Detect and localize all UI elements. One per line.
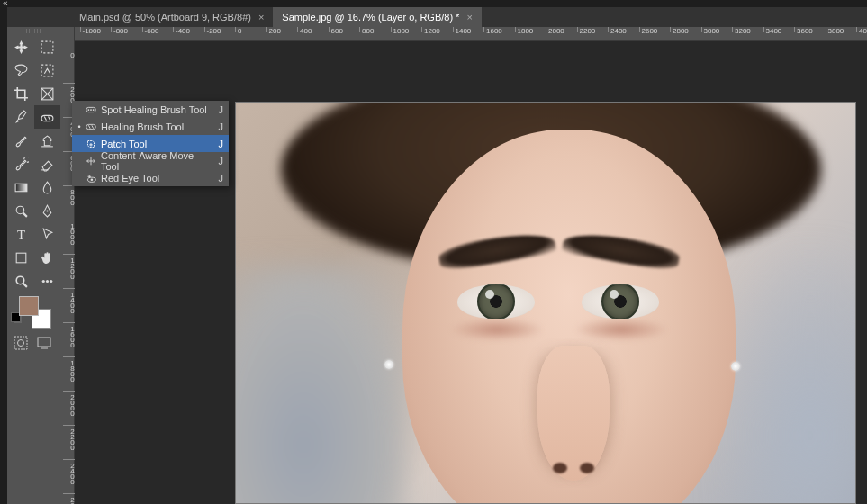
eraser-tool[interactable]	[34, 152, 60, 176]
hand-tool[interactable]	[34, 246, 60, 269]
default-colors-icon[interactable]	[14, 315, 22, 323]
nostrils	[553, 463, 594, 475]
ruler-tick: 3200	[732, 27, 751, 32]
dodge-tool[interactable]	[8, 199, 34, 222]
pen-tool[interactable]	[34, 199, 60, 222]
ruler-tick: 0	[63, 49, 75, 57]
svg-line-7	[49, 116, 50, 120]
ruler-tick: 1200	[63, 254, 75, 278]
shape-tool[interactable]	[8, 246, 34, 269]
flyout-item-label: Content-Aware Move Tool	[99, 150, 214, 172]
photo-canvas[interactable]	[235, 102, 856, 504]
shortcut-label: J	[214, 156, 223, 166]
ruler-tick: -200	[204, 27, 221, 32]
ruler-tick: 2200	[577, 27, 596, 32]
close-icon[interactable]: ×	[258, 12, 264, 22]
active-marker: •	[76, 122, 83, 131]
toolbox-panel: T	[8, 27, 60, 353]
patch-icon	[83, 138, 99, 150]
svg-line-30	[88, 125, 90, 129]
ruler-tick: 2800	[670, 27, 689, 32]
ruler-tick: 1600	[63, 322, 75, 346]
flyout-item-label: Spot Healing Brush Tool	[99, 104, 214, 115]
flyout-item-label: Healing Brush Tool	[99, 122, 214, 132]
shadow	[576, 319, 666, 340]
screen-mode-icon[interactable]	[37, 336, 51, 353]
ruler-tick: 200	[63, 83, 75, 102]
svg-point-18	[42, 279, 45, 282]
ruler-tick: -800	[111, 27, 128, 32]
path-select-tool[interactable]	[34, 222, 60, 246]
history-brush-tool[interactable]	[8, 152, 34, 176]
crop-tool[interactable]	[8, 82, 34, 105]
earring	[731, 362, 740, 371]
eye	[457, 284, 535, 319]
ruler-tick: 3000	[701, 27, 720, 32]
ruler-tick: 200	[266, 27, 281, 32]
blur-tool[interactable]	[34, 176, 60, 199]
ruler-tick: 800	[359, 27, 374, 32]
quick-select-tool[interactable]	[34, 58, 60, 82]
svg-line-12	[23, 212, 27, 216]
ruler-tick: 3400	[763, 27, 782, 32]
flyout-item-label: Patch Tool	[99, 139, 214, 149]
frame-tool[interactable]	[34, 82, 60, 105]
svg-point-11	[16, 206, 24, 214]
move-tool[interactable]	[8, 35, 34, 58]
svg-point-13	[46, 210, 48, 212]
red-eye-icon	[83, 172, 99, 184]
flyout-item-spot-heal[interactable]: Spot Healing Brush ToolJ	[72, 101, 229, 118]
ruler-tick: -600	[142, 27, 159, 32]
svg-rect-1	[41, 65, 53, 76]
zoom-tool[interactable]	[8, 269, 34, 292]
document-tab-sample[interactable]: Sample.jpg @ 16.7% (Layer o, RGB/8) * ×	[273, 7, 481, 27]
flyout-item-content-aware-move[interactable]: Content-Aware Move ToolJ	[72, 152, 229, 169]
svg-rect-29	[86, 124, 96, 129]
healing-brush-tool[interactable]	[34, 105, 60, 129]
ruler-tick: 4000	[856, 27, 867, 32]
svg-rect-10	[15, 184, 27, 192]
ruler-horizontal[interactable]: -1000-800-600-400-2000200400600800100012…	[75, 27, 867, 41]
edit-toolbar[interactable]	[34, 269, 60, 292]
eyedropper-tool[interactable]	[8, 105, 34, 129]
close-icon[interactable]: ×	[466, 12, 472, 22]
ruler-tick: 800	[63, 185, 75, 204]
nose	[537, 346, 610, 481]
svg-point-22	[18, 340, 24, 346]
foreground-swatch[interactable]	[19, 296, 39, 316]
rect-marquee-tool[interactable]	[34, 35, 60, 58]
svg-rect-0	[41, 41, 53, 53]
gradient-tool[interactable]	[8, 176, 34, 199]
svg-point-20	[50, 279, 52, 282]
ruler-vertical[interactable]: 0200400600800100012001400160018002000220…	[63, 27, 75, 504]
svg-point-37	[91, 178, 94, 181]
svg-rect-5	[41, 115, 53, 121]
shortcut-label: J	[214, 122, 223, 132]
ruler-tick: 1800	[63, 356, 75, 381]
flyout-item-red-eye[interactable]: Red Eye ToolJ	[72, 169, 229, 186]
flyout-item-heal-brush[interactable]: •Healing Brush ToolJ	[72, 118, 229, 135]
lasso-tool[interactable]	[8, 58, 34, 82]
workspace: 0200400600800100012001400160018002000220…	[63, 27, 867, 504]
dock-gutter	[0, 7, 7, 504]
clone-stamp-tool[interactable]	[34, 129, 60, 152]
ruler-tick: 2000	[63, 391, 75, 415]
brush-tool[interactable]	[8, 129, 34, 152]
svg-rect-21	[14, 337, 27, 349]
ruler-tick: 1200	[421, 27, 440, 32]
ruler-tick: -1000	[80, 27, 101, 32]
ruler-tick: 0	[235, 27, 241, 32]
panel-grip[interactable]	[26, 29, 42, 33]
shortcut-label: J	[214, 173, 223, 184]
svg-line-17	[23, 283, 27, 286]
content-aware-move-icon	[83, 155, 99, 167]
ruler-tick: 3800	[826, 27, 844, 32]
ruler-tick: 1400	[453, 27, 472, 32]
quick-mask-icon[interactable]	[14, 336, 28, 353]
document-tab-main[interactable]: Main.psd @ 50% (Artboard 9, RGB/8#) ×	[70, 7, 273, 27]
color-swatches[interactable]	[8, 292, 60, 328]
document-tab-label: Sample.jpg @ 16.7% (Layer o, RGB/8) *	[282, 12, 459, 22]
type-tool[interactable]: T	[8, 222, 34, 246]
ruler-tick: 400	[297, 27, 312, 32]
svg-point-19	[46, 279, 49, 282]
